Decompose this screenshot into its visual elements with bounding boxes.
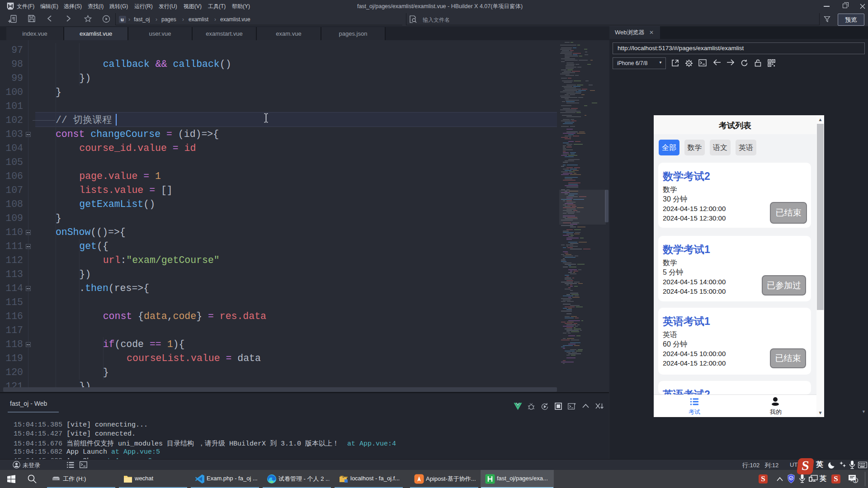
svg-text:1: 1: [854, 479, 857, 483]
